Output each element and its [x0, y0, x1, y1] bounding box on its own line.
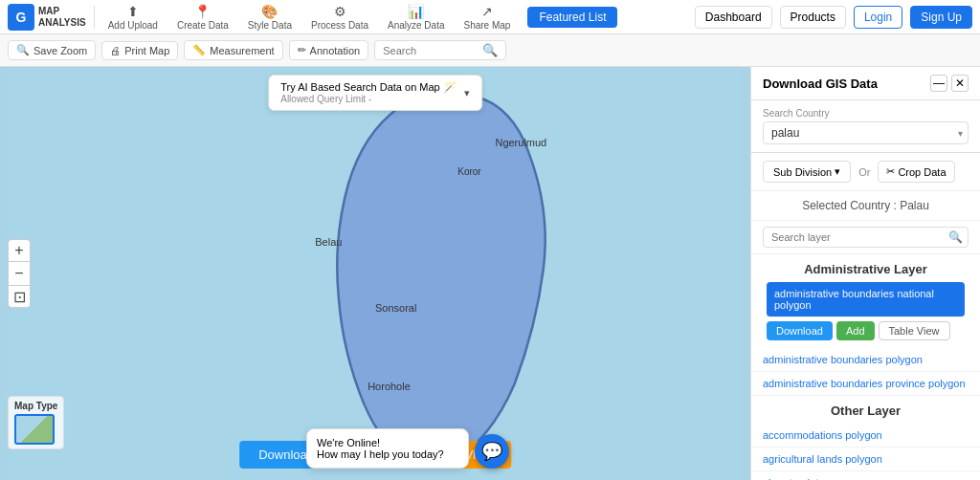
right-panel: Download GIS Data — ✕ Search Country ▾ S… [750, 67, 980, 480]
nav-separator [94, 6, 95, 29]
selected-country-display: Selected Country : Palau [751, 191, 980, 221]
layer-download-button[interactable]: Download [767, 321, 833, 340]
chat-help-text: How may I help you today? [317, 448, 458, 460]
nav-style-data[interactable]: 🎨 Style Data [242, 2, 298, 33]
process-data-label: Process Data [311, 20, 368, 31]
dashboard-button[interactable]: Dashboard [695, 6, 772, 29]
map-type-label: Map Type [14, 401, 57, 411]
zoom-in-button[interactable]: + [8, 239, 31, 262]
crop-data-button[interactable]: ✂ Crop Data [878, 161, 954, 183]
analyze-data-icon: 📊 [408, 4, 424, 19]
logo: G MAP ANALYSIS [8, 4, 86, 31]
chat-online-text: We're Online! [317, 437, 458, 448]
or-label: Or [858, 166, 870, 178]
panel-close-button[interactable]: ✕ [951, 75, 969, 92]
measurement-icon: 📏 [192, 44, 206, 56]
admin-layer-selected-wrap: administrative boundaries national polyg… [751, 282, 980, 348]
create-data-icon: 📍 [194, 4, 211, 19]
layer-search-icon: 🔍 [948, 230, 963, 244]
zoom-controls: + − ⊡ [8, 239, 31, 308]
search-layer-section: 🔍 [751, 221, 980, 254]
panel-title: Download GIS Data [763, 76, 878, 91]
other-layer-accommodations-name: accommodations polygon [763, 429, 882, 441]
map-type-panel: Map Type [8, 396, 64, 449]
featured-list-button[interactable]: Featured List [527, 7, 617, 28]
crop-icon: ✂ [886, 165, 895, 178]
search-input[interactable] [383, 45, 479, 56]
layer-search-input[interactable] [763, 227, 969, 248]
save-zoom-label: Save Zoom [33, 45, 87, 56]
annotation-label: Annotation [310, 45, 361, 56]
nav-share-map[interactable]: ↗ Share Map [458, 2, 517, 33]
other-layer-accommodations[interactable]: accommodations polygon [751, 424, 980, 447]
ai-banner-subtext: Allowed Query Limit - [280, 94, 457, 104]
measurement-button[interactable]: 📏 Measurement [184, 40, 282, 60]
logo-text: MAP ANALYSIS [38, 6, 86, 29]
chat-bubble: We're Online! How may I help you today? [306, 428, 469, 469]
style-data-label: Style Data [248, 20, 292, 31]
other-layer-agricultural[interactable]: agricultural lands polygon [751, 447, 980, 471]
subdivision-label: Sub Division [773, 166, 832, 178]
country-dropdown-arrow: ▾ [958, 128, 963, 139]
logo-icon: G [8, 4, 34, 31]
products-button[interactable]: Products [780, 6, 846, 29]
share-map-label: Share Map [464, 20, 511, 31]
country-input[interactable] [763, 121, 969, 144]
process-data-icon: ⚙ [334, 4, 346, 19]
admin-layer-boundaries[interactable]: administrative boundaries polygon [751, 348, 980, 372]
annotation-button[interactable]: ✏ Annotation [289, 40, 369, 60]
ai-banner-chevron[interactable]: ▾ [464, 87, 470, 99]
ai-banner-title: Try AI Based Search Data on Map 🪄 [280, 81, 457, 94]
logo-analysis: ANALYSIS [38, 17, 86, 29]
zoom-reset-button[interactable]: ⊡ [8, 285, 31, 308]
admin-section-title: Administrative Layer [751, 254, 980, 282]
annotation-icon: ✏ [298, 44, 306, 56]
search-country-section: Search Country ▾ [751, 100, 980, 153]
subdivision-chevron: ▾ [835, 165, 840, 178]
panel-minimize-button[interactable]: — [930, 75, 947, 92]
add-upload-label: Add Upload [108, 20, 158, 31]
save-zoom-button[interactable]: 🔍 Save Zoom [8, 40, 96, 60]
search-box: 🔍 [374, 40, 506, 60]
zoom-out-button[interactable]: − [8, 262, 31, 285]
admin-layer-national[interactable]: administrative boundaries national polyg… [767, 282, 965, 317]
measurement-label: Measurement [210, 45, 274, 56]
subdivision-button[interactable]: Sub Division ▾ [763, 161, 851, 183]
admin-layer-province-name: administrative boundaries province polyg… [763, 378, 966, 389]
logo-map: MAP [38, 6, 86, 17]
layer-add-button[interactable]: Add [836, 321, 875, 340]
toolbar: 🔍 Save Zoom 🖨 Print Map 📏 Measurement ✏ … [0, 34, 980, 67]
nav-analyze-data[interactable]: 📊 Analyze Data [382, 2, 450, 33]
search-icon: 🔍 [482, 43, 498, 57]
print-map-label: Print Map [124, 45, 169, 56]
other-section-title: Other Layer [751, 396, 980, 424]
nav-process-data[interactable]: ⚙ Process Data [305, 2, 374, 33]
create-data-label: Create Data [177, 20, 229, 31]
other-layer-airport-point[interactable]: airport point [751, 471, 980, 480]
panel-close-buttons: — ✕ [930, 75, 969, 92]
map-area[interactable]: Ngerulmud Koror Belau Sonsoral Horohole … [0, 67, 750, 480]
selected-country-text: Selected Country : Palau [802, 199, 929, 212]
panel-header: Download GIS Data — ✕ [751, 67, 980, 100]
login-button[interactable]: Login [854, 6, 902, 29]
map-type-thumbnail[interactable] [14, 414, 55, 445]
signup-button[interactable]: Sign Up [910, 6, 972, 29]
subdivision-row: Sub Division ▾ Or ✂ Crop Data [751, 153, 980, 191]
main-content: Ngerulmud Koror Belau Sonsoral Horohole … [0, 67, 980, 480]
ai-banner: Try AI Based Search Data on Map 🪄 Allowe… [268, 75, 482, 111]
ai-banner-text: Try AI Based Search Data on Map 🪄 Allowe… [280, 81, 457, 104]
admin-layer-boundaries-name: administrative boundaries polygon [763, 354, 923, 365]
chat-fab-button[interactable]: 💬 [475, 434, 509, 469]
chat-wrap: We're Online! How may I help you today? … [306, 428, 509, 469]
top-nav: G MAP ANALYSIS ⬆ Add Upload 📍 Create Dat… [0, 0, 980, 34]
share-map-icon: ↗ [481, 4, 493, 19]
crop-data-label: Crop Data [898, 166, 946, 178]
save-zoom-icon: 🔍 [16, 44, 30, 56]
other-layer-agricultural-name: agricultural lands polygon [763, 453, 882, 465]
style-data-icon: 🎨 [261, 4, 278, 19]
nav-create-data[interactable]: 📍 Create Data [171, 2, 234, 33]
print-map-button[interactable]: 🖨 Print Map [101, 41, 178, 60]
admin-layer-province[interactable]: administrative boundaries province polyg… [751, 372, 980, 396]
layer-table-view-button[interactable]: Table View [879, 321, 950, 340]
nav-add-upload[interactable]: ⬆ Add Upload [102, 2, 164, 33]
